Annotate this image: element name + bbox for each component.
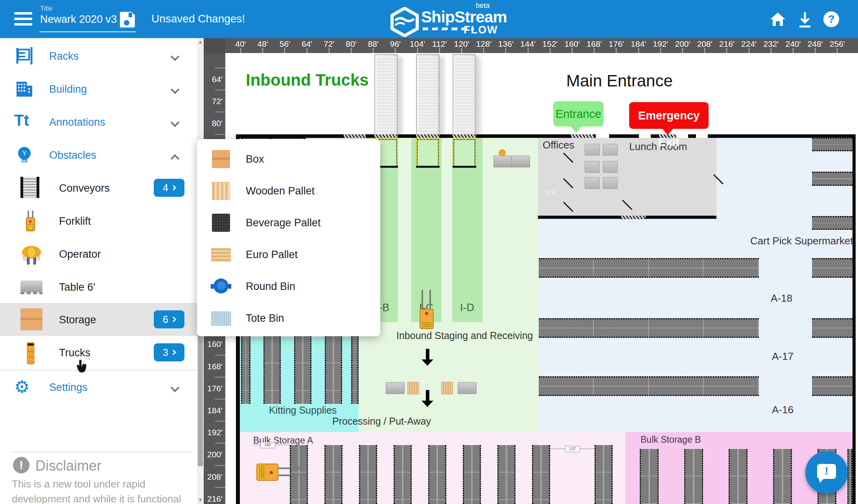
processing-label[interactable]: Processing / Put-Away [332, 416, 431, 427]
sidebar-item-obstacles[interactable]: Y Obstacles [0, 138, 197, 171]
home-icon[interactable] [769, 11, 786, 28]
sidebar-item-table6[interactable]: Table 6' [0, 270, 197, 303]
inbound-trucks-label[interactable]: Inbound Trucks [246, 71, 369, 90]
conveyors-count-badge[interactable]: 4 [154, 179, 184, 197]
aisle-label[interactable]: A-18 [771, 292, 792, 304]
ruler-label: 80' [346, 39, 356, 49]
pallet-rack-row[interactable] [812, 376, 852, 396]
pallet-rack-row[interactable] [539, 258, 759, 278]
bulk-rack[interactable] [497, 445, 516, 504]
wooden-pallet[interactable] [441, 382, 453, 394]
menu-icon[interactable] [14, 12, 32, 26]
table[interactable] [493, 156, 512, 167]
table[interactable] [386, 382, 405, 394]
popup-item-wooden-pallet[interactable]: Wooden Pallet [197, 175, 380, 207]
truck[interactable] [416, 54, 440, 135]
desk[interactable] [585, 144, 600, 156]
ruler-tick [215, 90, 225, 90]
staging-label[interactable]: Inbound Staging and Receiving [396, 330, 533, 341]
popup-item-beverage-pallet[interactable]: Beverage Pallet [197, 207, 380, 239]
ruler-label: 104' [410, 39, 425, 49]
kitting-rack[interactable] [263, 336, 281, 404]
desk[interactable] [603, 177, 618, 189]
kitting-rack[interactable] [294, 336, 311, 404]
ruler-horizontal: 40'48'56'64'72'80'88'96'104'112'120'128'… [225, 38, 858, 53]
scroll-up-icon[interactable]: ▲ [197, 38, 204, 46]
bulk-b-label[interactable]: Bulk Storage B [641, 434, 701, 445]
kitting-rack[interactable] [241, 336, 250, 404]
bulk-rack[interactable] [359, 445, 377, 504]
cart-pick-label[interactable]: Cart Pick Supermarket [750, 235, 853, 247]
pallet-rack-row[interactable] [812, 258, 852, 278]
popup-item-euro-pallet[interactable]: Euro Pallet [197, 238, 380, 271]
offices-label[interactable]: Offices [543, 139, 574, 151]
bulk-rack[interactable] [463, 445, 481, 504]
pallet-rack-row[interactable] [812, 172, 852, 186]
main-entrance-label[interactable]: Main Entrance [566, 71, 673, 90]
wooden-pallet[interactable] [407, 382, 419, 394]
scroll-down-icon[interactable]: ▼ [197, 496, 204, 504]
entrance-callout[interactable]: Entrance [553, 101, 604, 126]
tote-bin-icon [209, 309, 233, 328]
storage-count-badge[interactable]: 6 [154, 310, 184, 328]
bulk-rack[interactable] [773, 449, 792, 504]
sidebar-item-annotations[interactable]: Tt Annotations [0, 105, 197, 138]
gear-icon: ⚙ [14, 377, 35, 397]
desk[interactable] [585, 161, 600, 173]
bulk-rack[interactable] [640, 449, 659, 504]
kitting-rack[interactable] [351, 336, 359, 404]
popup-item-tote-bin[interactable]: Tote Bin [197, 302, 380, 335]
pallet-rack-row[interactable] [812, 216, 852, 230]
sidebar-item-racks[interactable]: Racks [0, 39, 197, 72]
lane-label[interactable]: I-D [460, 302, 474, 314]
bulk-rack[interactable] [324, 445, 342, 504]
pallet-rack-row[interactable] [539, 318, 759, 338]
forklift[interactable] [418, 290, 436, 329]
pallet-rack-row[interactable] [812, 318, 852, 338]
aisle-label[interactable]: A-16 [772, 404, 794, 416]
kitting-label[interactable]: Kitting Supplies [269, 405, 337, 416]
sidebar-item-storage[interactable]: Storage 6 [0, 303, 197, 336]
sidebar-item-forklift[interactable]: Forklift [0, 204, 197, 237]
aisle-label[interactable]: A-17 [772, 350, 794, 363]
save-icon[interactable] [120, 12, 135, 27]
bulk-rack[interactable] [729, 449, 748, 504]
desk[interactable] [585, 177, 600, 189]
desk[interactable] [603, 144, 618, 156]
ruler-label: 160' [564, 39, 580, 49]
truck[interactable] [453, 54, 476, 135]
pallet-rack-row[interactable] [812, 137, 852, 151]
bulk-rack[interactable] [847, 449, 852, 504]
racks-icon [14, 46, 35, 66]
bulk-rack[interactable] [394, 445, 412, 504]
sidebar-item-settings[interactable]: ⚙ Settings [0, 370, 197, 403]
kitting-rack[interactable] [325, 336, 342, 404]
forklift[interactable] [256, 463, 306, 482]
desk[interactable] [603, 161, 618, 173]
sidebar-item-building[interactable]: Building [0, 72, 197, 105]
sidebar-item-operator[interactable]: Operator [0, 237, 197, 270]
bulk-rack[interactable] [428, 445, 446, 504]
door-gap [639, 134, 651, 138]
truck[interactable] [374, 54, 398, 135]
title-input[interactable] [40, 13, 125, 26]
chat-button[interactable]: ! [805, 451, 848, 494]
help-icon[interactable]: ? [823, 11, 840, 28]
bulk-rack[interactable] [684, 449, 703, 504]
emergency-exit-callout[interactable]: Emergency Exit [629, 102, 709, 129]
operator[interactable] [499, 149, 506, 156]
popup-item-box[interactable]: Box [197, 143, 380, 176]
dock-bay[interactable] [416, 138, 440, 167]
table[interactable] [511, 156, 530, 167]
bulk-rack[interactable] [532, 445, 550, 504]
sidebar-item-conveyors[interactable]: Conveyors 4 [0, 171, 197, 204]
pallet-rack-row[interactable] [539, 376, 759, 396]
bulk-rack[interactable] [595, 445, 613, 504]
trucks-count-badge[interactable]: 3 [154, 343, 184, 361]
table[interactable] [458, 382, 477, 394]
download-icon[interactable] [796, 11, 814, 28]
dock-bay[interactable] [453, 138, 476, 167]
sidebar-item-trucks[interactable]: Trucks 3 [0, 336, 197, 369]
ruler-label: 184' [631, 39, 646, 49]
popup-item-round-bin[interactable]: Round Bin [197, 270, 380, 303]
